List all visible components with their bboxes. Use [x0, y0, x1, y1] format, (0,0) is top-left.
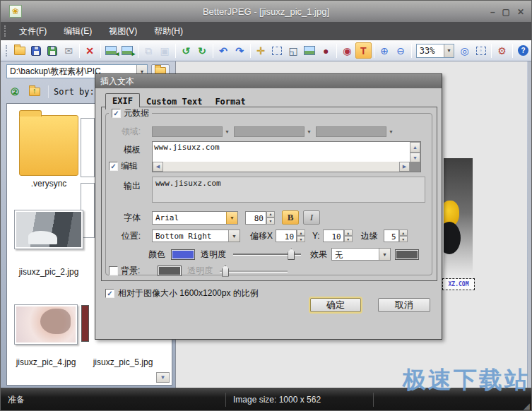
margin-input[interactable]: 5: [384, 230, 399, 242]
red-eye-icon: ●: [323, 46, 329, 56]
zoom-actual-button[interactable]: ◎: [456, 42, 473, 59]
thumbnail-image: [16, 212, 81, 247]
pan-button[interactable]: ✛: [253, 42, 269, 59]
ok-button[interactable]: 确定: [310, 298, 361, 312]
hscroll-track[interactable]: [163, 162, 399, 172]
previous-image-button[interactable]: ◂: [103, 42, 119, 59]
maximize-button[interactable]: ▢: [502, 8, 510, 16]
email-icon: ✉: [64, 46, 73, 56]
dropdown-arrow-icon[interactable]: ▼: [226, 212, 237, 224]
save-as-button[interactable]: [45, 42, 61, 59]
toolbar-separator: [100, 44, 101, 58]
scroll-left-icon[interactable]: ◀: [153, 162, 163, 172]
adjust-button[interactable]: [302, 42, 318, 59]
insert-text-button[interactable]: T: [355, 42, 372, 59]
help-button[interactable]: ?: [515, 42, 531, 59]
preview-button[interactable]: ◉: [339, 42, 355, 59]
folder-thumbnail[interactable]: [19, 115, 78, 176]
image-thumbnail-pic2[interactable]: [14, 210, 83, 249]
tab-format[interactable]: Format: [208, 95, 252, 109]
italic-button[interactable]: I: [303, 210, 320, 225]
font-family-combobox[interactable]: Arial ▼: [152, 211, 238, 225]
settings-button[interactable]: ⚙: [494, 42, 510, 59]
dialog-title-bar[interactable]: 插入文本: [95, 74, 442, 88]
opacity-slider[interactable]: [233, 249, 301, 260]
red-eye-button[interactable]: ●: [318, 42, 334, 59]
edit-checkbox[interactable]: [109, 162, 118, 171]
scroll-down-button[interactable]: ▼: [156, 372, 170, 383]
minimize-button[interactable]: –: [490, 8, 495, 16]
scroll-up-icon[interactable]: ▲: [410, 142, 420, 153]
select-button[interactable]: [269, 42, 285, 59]
resize-grip[interactable]: ◢: [524, 402, 530, 410]
dropdown-arrow-icon: ▼: [225, 129, 230, 134]
zoom-level-combobox[interactable]: 33%▼: [416, 44, 454, 58]
effect-color-swatch[interactable]: [395, 249, 419, 260]
offset-y-spinner[interactable]: ▲▼: [344, 230, 353, 242]
font-size-input[interactable]: 80: [245, 211, 266, 225]
parent-folder-button[interactable]: [26, 84, 43, 100]
position-combobox[interactable]: Bottom Right ▼: [152, 230, 240, 242]
dropdown-arrow-icon[interactable]: ▼: [444, 44, 454, 57]
menu-edit[interactable]: 编辑(E): [55, 23, 100, 40]
menu-help[interactable]: 帮助(H): [146, 23, 191, 40]
offset-x-spinner[interactable]: ▲▼: [297, 230, 305, 242]
slider-track: [220, 270, 288, 272]
save-button[interactable]: [28, 42, 45, 59]
bold-button[interactable]: B: [282, 210, 299, 225]
font-label: 字体: [101, 212, 143, 224]
zoom-out-button[interactable]: ⊖: [393, 42, 409, 59]
rotate-right-button[interactable]: ↻: [194, 42, 211, 59]
metadata-checkbox[interactable]: [112, 109, 121, 118]
font-size-spinner[interactable]: ▲▼: [266, 211, 275, 225]
effect-combobox[interactable]: 无 ▼: [331, 248, 391, 261]
email-button[interactable]: ✉: [61, 42, 77, 59]
paste-button[interactable]: ▣: [157, 42, 173, 59]
crop-button[interactable]: ◱: [285, 42, 302, 59]
scroll-right-icon[interactable]: ▶: [399, 162, 410, 172]
background-checkbox[interactable]: [109, 266, 118, 275]
redo-icon: ↷: [235, 46, 244, 56]
close-button[interactable]: ✕: [517, 8, 524, 16]
folder-up-icon: [29, 88, 40, 96]
offset-y-input[interactable]: 10: [323, 230, 344, 242]
toolbar-separator: [250, 44, 251, 58]
dropdown-arrow-icon[interactable]: ▼: [379, 249, 390, 260]
thumbnail-image: [16, 306, 76, 342]
thumbnail-partial[interactable]: [81, 118, 95, 177]
cancel-button[interactable]: 取消: [378, 298, 430, 312]
relative-size-checkbox[interactable]: [105, 289, 114, 298]
redo-button[interactable]: ↷: [232, 42, 248, 59]
delete-button[interactable]: ✕: [82, 42, 98, 59]
image-thumbnail-pic4[interactable]: [14, 304, 78, 345]
rotate-left-button[interactable]: ↺: [178, 42, 194, 59]
margin-spinner[interactable]: ▲▼: [399, 230, 408, 242]
insert-text-dialog: 插入文本 EXIFCustom TextFormat 元数据 领域: ▼ ▼ ▼…: [95, 73, 442, 340]
menu-file[interactable]: 文件(F): [11, 23, 55, 40]
text-tool-icon: T: [360, 46, 367, 56]
toolbar-separator: [374, 44, 374, 58]
zoom-in-button[interactable]: ⊕: [377, 42, 393, 59]
menu-view[interactable]: 视图(V): [100, 23, 146, 40]
dropdown-arrow-icon[interactable]: ▼: [228, 230, 240, 242]
background-color-swatch[interactable]: [158, 266, 182, 276]
arrow-badge-icon: ▸: [132, 50, 136, 57]
toolbar-separator: [336, 44, 337, 58]
inserted-text-overlay[interactable]: XZ.COM: [442, 278, 475, 290]
undo-button[interactable]: ↶: [215, 42, 232, 59]
offset-x-input[interactable]: 10: [276, 230, 297, 242]
copy-icon: ⧉: [145, 46, 152, 56]
slider-handle[interactable]: [288, 249, 295, 260]
copy-button[interactable]: ⧉: [141, 42, 157, 59]
next-image-icon: ▸: [122, 46, 133, 55]
tab-custom-text[interactable]: Custom Text: [140, 95, 208, 109]
refresh-button[interactable]: ②: [6, 84, 23, 100]
open-button[interactable]: [12, 42, 28, 59]
zoom-fit-button[interactable]: ◦: [473, 42, 489, 59]
opacity-label: 透明度: [201, 249, 226, 261]
next-image-button[interactable]: ▸: [119, 42, 136, 59]
template-textarea[interactable]: www.jisuxz.com ▲ ▼ ◀ ▶: [152, 141, 421, 172]
text-color-swatch[interactable]: [171, 249, 195, 260]
image-thumbnail-pic5-partial[interactable]: [81, 305, 89, 342]
effect-label: 效果: [310, 249, 327, 261]
